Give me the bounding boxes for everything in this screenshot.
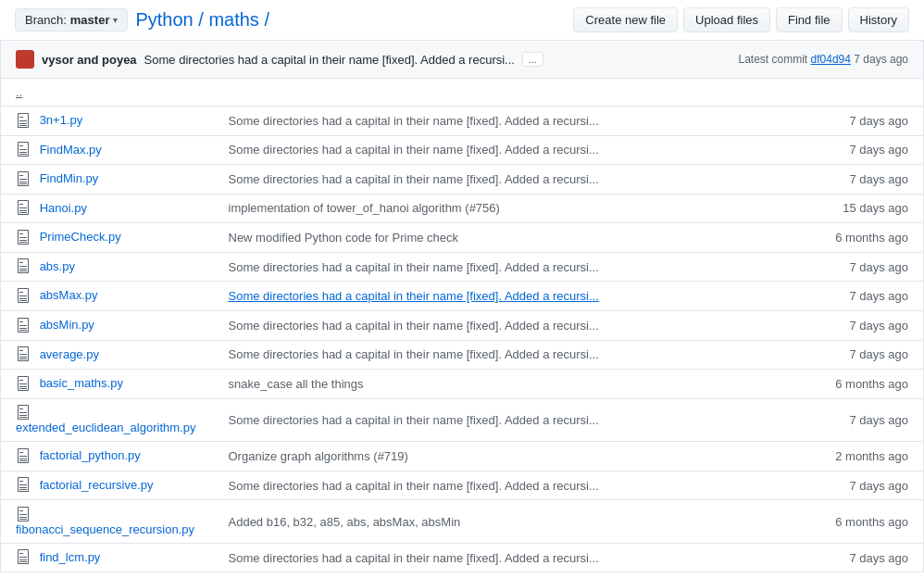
table-row: find_lcm.py Some directories had a capit… xyxy=(1,543,924,572)
commit-msg-text: Some directories had a capital in their … xyxy=(229,114,599,128)
file-icon xyxy=(16,448,31,463)
file-icon xyxy=(16,113,31,128)
file-time-cell: 7 days ago xyxy=(804,165,924,195)
file-name-link[interactable]: factorial_python.py xyxy=(40,448,141,462)
file-time-cell: 6 months ago xyxy=(804,370,924,399)
file-icon xyxy=(16,507,31,521)
table-row: extended_euclidean_algorithm.py Some dir… xyxy=(1,398,924,442)
file-msg-cell: Some directories had a capital in their … xyxy=(214,282,804,311)
commit-msg-link[interactable]: Some directories had a capital in their … xyxy=(229,289,599,303)
file-time-cell: 7 days ago xyxy=(804,135,924,165)
upload-files-button[interactable]: Upload files xyxy=(683,7,770,32)
file-name-link[interactable]: absMin.py xyxy=(40,318,94,332)
commit-msg-text: New modified Python code for Prime check xyxy=(229,231,459,245)
file-name-cell: abs.py xyxy=(1,252,214,282)
file-msg-cell: implementation of tower_of_hanoi algorit… xyxy=(214,194,804,223)
file-name-cell: factorial_python.py xyxy=(1,442,214,471)
file-name-link[interactable]: 3n+1.py xyxy=(40,113,83,127)
commit-msg-text: Added b16, b32, a85, abs, absMax, absMin xyxy=(229,515,461,529)
file-msg-cell: Some directories had a capital in their … xyxy=(214,107,804,136)
file-msg-cell: Some directories had a capital in their … xyxy=(214,471,804,500)
file-icon xyxy=(16,142,31,157)
file-name-cell: basic_maths.py xyxy=(1,370,214,399)
find-file-button[interactable]: Find file xyxy=(776,7,843,32)
file-name-cell: average.py xyxy=(1,340,214,370)
table-row: basic_maths.py snake_case all the things… xyxy=(1,370,924,399)
file-msg-cell: Some directories had a capital in their … xyxy=(214,135,804,165)
file-name-cell: extended_euclidean_algorithm.py xyxy=(1,398,214,442)
parent-dir-link[interactable]: .. xyxy=(16,85,22,99)
file-time-cell: 7 days ago xyxy=(804,398,924,442)
file-name-link[interactable]: average.py xyxy=(40,347,99,361)
history-button[interactable]: History xyxy=(848,7,909,32)
file-msg-cell: Added b16, b32, a85, abs, absMax, absMin xyxy=(214,500,804,544)
file-name-link[interactable]: extended_euclidean_algorithm.py xyxy=(16,421,195,434)
file-name-cell: 3n+1.py xyxy=(1,107,214,136)
table-row: absMin.py Some directories had a capital… xyxy=(1,310,924,340)
file-time-cell: 7 days ago xyxy=(804,107,924,136)
table-row: absMax.py Some directories had a capital… xyxy=(1,282,924,311)
commit-msg-text: Some directories had a capital in their … xyxy=(229,143,599,157)
commit-time: 7 days ago xyxy=(854,53,908,66)
file-msg-cell: Some directories had a capital in their … xyxy=(214,165,804,195)
file-table: .. 3n+1.py Some directories had a capita… xyxy=(0,79,924,572)
table-row: Hanoi.py implementation of tower_of_hano… xyxy=(1,194,924,223)
file-icon xyxy=(16,549,31,564)
file-icon xyxy=(16,346,31,361)
commit-msg-text: implementation of tower_of_hanoi algorit… xyxy=(229,201,500,215)
file-icon xyxy=(16,405,31,420)
file-icon xyxy=(16,200,31,215)
table-row: factorial_python.py Organize graph algor… xyxy=(1,442,924,471)
chevron-down-icon: ▾ xyxy=(113,15,118,25)
create-new-button[interactable]: Create new file xyxy=(573,7,678,32)
table-row: FindMin.py Some directories had a capita… xyxy=(1,165,924,195)
file-name-link[interactable]: fibonacci_sequence_recursion.py xyxy=(16,522,194,536)
commit-msg-text: snake_case all the things xyxy=(229,377,364,391)
table-row: PrimeCheck.py New modified Python code f… xyxy=(1,223,924,253)
breadcrumb-maths[interactable]: maths xyxy=(208,9,258,30)
file-msg-cell: Some directories had a capital in their … xyxy=(214,310,804,340)
parent-dir-cell: .. xyxy=(1,79,924,107)
file-msg-cell: New modified Python code for Prime check xyxy=(214,223,804,253)
table-row: .. xyxy=(1,79,924,107)
commit-message: Some directories had a capital in their … xyxy=(144,53,515,67)
action-buttons: Create new file Upload files Find file H… xyxy=(573,7,909,32)
footer-hash: e0aa916e6dbe6da2b71d7ae9782... xyxy=(0,572,924,578)
file-name-link[interactable]: FindMin.py xyxy=(40,171,99,185)
file-time-cell: 7 days ago xyxy=(804,471,924,500)
file-name-link[interactable]: find_lcm.py xyxy=(40,550,101,564)
commit-msg-text: Organize graph algorithms (#719) xyxy=(229,449,408,463)
file-msg-cell: Some directories had a capital in their … xyxy=(214,543,804,572)
file-name-cell: FindMin.py xyxy=(1,165,214,195)
file-name-cell: Hanoi.py xyxy=(1,194,214,223)
file-icon xyxy=(16,318,31,333)
table-row: fibonacci_sequence_recursion.py Added b1… xyxy=(1,500,924,544)
file-name-cell: FindMax.py xyxy=(1,135,214,165)
file-icon xyxy=(16,258,31,273)
file-name-link[interactable]: Hanoi.py xyxy=(40,201,87,215)
file-name-link[interactable]: basic_maths.py xyxy=(40,376,123,390)
file-name-link[interactable]: factorial_recursive.py xyxy=(40,478,154,492)
ellipsis-button[interactable]: ... xyxy=(522,52,543,67)
file-icon xyxy=(16,376,31,391)
file-time-cell: 6 months ago xyxy=(804,500,924,544)
file-name-link[interactable]: abs.py xyxy=(40,259,75,273)
file-name-link[interactable]: FindMax.py xyxy=(40,143,102,157)
breadcrumb-sep2: / xyxy=(264,9,269,30)
commit-msg-text: Some directories had a capital in their … xyxy=(229,319,599,333)
file-name-cell: fibonacci_sequence_recursion.py xyxy=(1,500,214,544)
commit-sha[interactable]: df04d94 xyxy=(811,53,851,66)
commit-msg-text: Some directories had a capital in their … xyxy=(229,479,599,493)
file-name-cell: factorial_recursive.py xyxy=(1,471,214,500)
file-name-link[interactable]: PrimeCheck.py xyxy=(40,230,121,244)
avatar xyxy=(16,50,34,69)
branch-selector[interactable]: Branch: master ▾ xyxy=(15,8,128,31)
commit-msg-text: Some directories had a capital in their … xyxy=(229,260,599,274)
commit-msg-text: Some directories had a capital in their … xyxy=(229,172,599,186)
branch-label: Branch: xyxy=(25,13,67,27)
table-row: abs.py Some directories had a capital in… xyxy=(1,252,924,282)
file-msg-cell: Some directories had a capital in their … xyxy=(214,340,804,370)
file-name-link[interactable]: absMax.py xyxy=(40,288,98,302)
file-icon xyxy=(16,171,31,186)
breadcrumb-python[interactable]: Python xyxy=(135,9,193,30)
